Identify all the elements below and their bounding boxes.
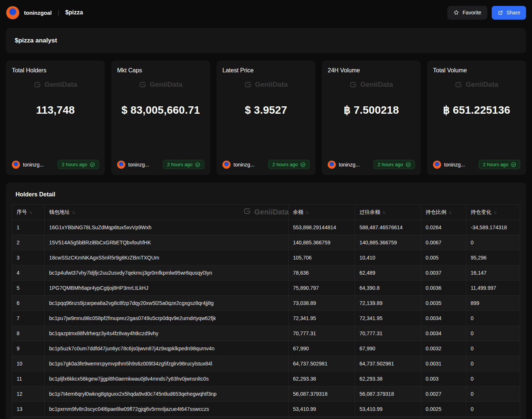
geniidata-logo-icon xyxy=(244,81,252,89)
stat-time-label: 2 hours ago xyxy=(483,162,508,167)
sort-icon[interactable]: ↑↓ xyxy=(306,210,308,214)
column-header[interactable]: 余额↑↓ xyxy=(289,205,355,220)
page-title-card: $pizza analyst xyxy=(6,28,526,53)
table-cell: 0.003 xyxy=(421,371,466,387)
table-cell: 13 xyxy=(12,402,45,417)
table-row: 12bc1p7t4em6qryl0wkng8gtguxx2x5hqda9vd0c… xyxy=(12,387,520,402)
sort-icon[interactable]: ↑↓ xyxy=(382,210,385,214)
table-row: 11bc1pljfx6kkcx56kgew7jjgpl8h0aemkwau0jt… xyxy=(12,371,520,387)
sort-icon[interactable]: ↑↓ xyxy=(449,210,451,214)
table-cell: 0 xyxy=(466,326,520,341)
table-row: 8bc1qazptmx88fvlrheqz3y4s4fz8vay4htkczd9… xyxy=(12,326,520,341)
time-badge: 2 hours ago xyxy=(479,160,520,169)
column-header[interactable]: 持仓变化↑↓ xyxy=(466,205,520,220)
table-cell: 10 xyxy=(12,356,45,371)
table-row: 51PG7QMBMh6apr4ypCgtjoj8HP3mrLtLkHJ75,89… xyxy=(12,281,520,296)
geniidata-watermark: GeniiData xyxy=(12,80,99,89)
table-cell: 0 xyxy=(466,387,520,402)
stat-footer: toninzg... 2 hours ago xyxy=(117,160,204,169)
share-button[interactable]: Share xyxy=(492,6,526,20)
table-cell: 553,898.29144814 xyxy=(289,220,355,235)
table-cell: bc1pu7jw9mnu98c058pf2fmuprez2gas0749u5cr… xyxy=(45,311,289,326)
stat-value: ฿ 651.225136 xyxy=(443,104,510,116)
stat-title: Total Volume xyxy=(433,67,520,74)
table-row: 10bc1ps7gk0a3fe9wemrcpymvpthm5h9s6z009l3… xyxy=(12,356,520,371)
favorite-button-label: Favorite xyxy=(463,10,481,16)
column-header-label: 过往余额 xyxy=(359,209,380,215)
column-header[interactable]: 序号↑↓ xyxy=(12,205,45,220)
author-avatar xyxy=(12,161,20,169)
table-cell: 0 xyxy=(466,402,520,417)
column-header[interactable]: 持仓比例↑↓ xyxy=(421,205,466,220)
geniidata-watermark: GeniiData xyxy=(222,80,310,89)
stat-footer: toninzg... 2 hours ago xyxy=(328,160,415,169)
watermark-label: GeniiData xyxy=(466,80,498,89)
stat-card: Total Volume GeniiData ฿ 651.225136 toni… xyxy=(427,61,526,175)
table-cell: 0.0025 xyxy=(421,402,466,417)
stat-title: Mkt Caps xyxy=(117,67,204,74)
table-row: 13bc1pxrnm9fv8n3scyc04l6pae8lw09fl72gjqj… xyxy=(12,402,520,417)
table-cell: 62,293.38 xyxy=(289,371,355,387)
table-cell: 64,390.8 xyxy=(355,281,421,296)
table-cell: 0 xyxy=(466,356,520,371)
table-row: 6bc1pqq96nzs9jzarpea6a2vg8c8fzp7dqy20xw5… xyxy=(12,296,520,311)
stat-footer: toninzg... 2 hours ago xyxy=(222,160,310,169)
table-row: 4bc1p4ufwt37vhy7ldjfjc2uu2usvdy7qekmcj3g… xyxy=(12,265,520,281)
check-icon xyxy=(195,162,200,167)
table-row: 116G1xYBbiNG78LSuZdMqp6tux5xvVp9Wxh553,8… xyxy=(12,220,520,235)
watermark-label: GeniiData xyxy=(360,80,393,89)
holders-title: Holders Detail xyxy=(16,191,520,198)
table-cell: 11 xyxy=(12,371,45,387)
stat-card: Mkt Caps GeniiData $ 83,005,660.71 tonin… xyxy=(111,61,210,175)
table-cell: 56,087.379318 xyxy=(355,387,421,402)
table-row xyxy=(12,417,520,419)
table-cell: 0.0031 xyxy=(421,356,466,371)
author-avatar xyxy=(328,161,336,169)
column-header-label: 序号 xyxy=(17,209,27,215)
column-header-label: 余额 xyxy=(293,209,303,215)
table-cell: 588,487.46576614 xyxy=(355,220,421,235)
table-row: 318cwSSzCKmNKAgxS5nR5r9g8KrZBmTXQUm105,7… xyxy=(12,250,520,265)
table-cell: 78,636 xyxy=(289,265,355,281)
column-header[interactable]: 钱包地址↑↓ xyxy=(45,205,289,220)
sort-icon[interactable]: ↑↓ xyxy=(29,210,32,214)
table-cell: 64,737.502981 xyxy=(289,356,355,371)
stat-author-name: toninzg... xyxy=(233,162,255,168)
table-cell: 0.0264 xyxy=(421,220,466,235)
geniidata-logo-icon xyxy=(139,81,147,89)
author-avatar xyxy=(433,161,441,169)
table-cell: 0.0034 xyxy=(421,326,466,341)
table-cell: 7 xyxy=(12,311,45,326)
table-cell: 1PG7QMBMh6apr4ypCgtjoj8HP3mrLtLkHJ xyxy=(45,281,289,296)
table-cell: 12 xyxy=(12,387,45,402)
stat-title: Total Holders xyxy=(12,67,99,74)
table-cell: 0.0037 xyxy=(421,265,466,281)
table-cell: 1 xyxy=(12,220,45,235)
watermark-label: GeniiData xyxy=(44,80,77,89)
stat-footer: toninzg... 2 hours ago xyxy=(433,160,520,169)
table-cell: 4 xyxy=(12,265,45,281)
author-avatar xyxy=(222,161,231,169)
table-row: 215V514A5g5bBRziBbCxGRbETQbvfouhfHK140,8… xyxy=(12,235,520,250)
table-cell: 56,087.379318 xyxy=(289,387,355,402)
favorite-button[interactable]: Favorite xyxy=(447,6,487,20)
table-cell: 11,499.997 xyxy=(466,281,520,296)
table-cell: 73,038.89 xyxy=(289,296,355,311)
token-name: $pizza xyxy=(65,9,83,16)
page-title: $pizza analyst xyxy=(15,37,57,44)
stat-time-label: 2 hours ago xyxy=(272,162,298,167)
sort-icon[interactable]: ↑↓ xyxy=(494,210,496,214)
table-cell: 16G1xYBbiNG78LSuZdMqp6tux5xvVp9Wxh xyxy=(45,220,289,235)
table-cell: 0.005 xyxy=(421,250,466,265)
geniidata-watermark: GeniiData xyxy=(433,80,520,89)
time-badge: 2 hours ago xyxy=(58,160,99,169)
topbar: toninzgoal | $pizza Favorite Share xyxy=(0,0,532,25)
sort-icon[interactable]: ↑↓ xyxy=(72,210,75,214)
column-header[interactable]: 过往余额↑↓ xyxy=(355,205,421,220)
brand-avatar xyxy=(6,6,20,20)
geniidata-watermark: GeniiData xyxy=(117,80,204,89)
brand-name[interactable]: toninzgoal xyxy=(24,10,52,16)
table-cell: 9 xyxy=(12,341,45,356)
table-cell: 140,885.366759 xyxy=(355,235,421,250)
table-cell: 70,777.31 xyxy=(355,326,421,341)
